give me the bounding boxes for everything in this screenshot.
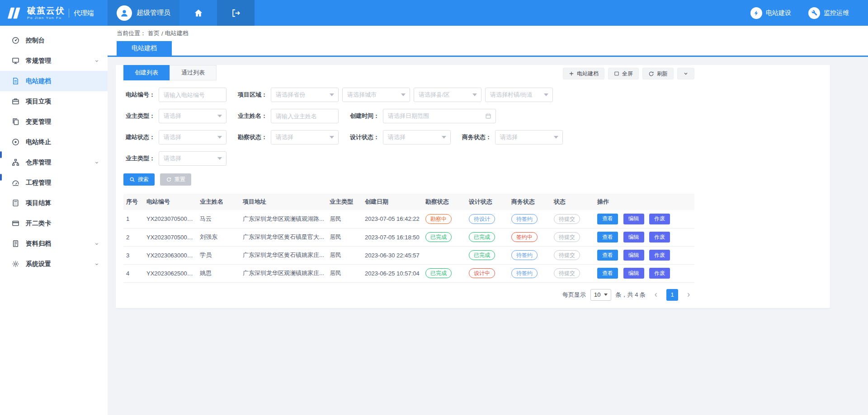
void-button[interactable]: 作废 [649,214,670,224]
next-page-button[interactable] [683,289,694,301]
user-menu[interactable]: 超级管理员 [108,0,179,26]
status-badge: 待提交 [554,214,580,224]
logo-icon [6,6,24,20]
logout-button[interactable] [217,0,255,26]
app-subtitle: Po Jian Yun Fu [27,16,65,20]
business-status-badge: 签约中 [511,232,538,242]
date-range-picker[interactable]: 请选择日期范围 [383,109,496,123]
nav-monitor-ops[interactable]: 监控运维 [808,7,849,19]
design-status-label: 设计状态： [348,133,379,141]
col-header: 业主类型 [327,194,362,210]
edit-button[interactable]: 编辑 [623,250,644,261]
briefcase-icon [12,98,19,105]
sidebar-item-label: 项目立项 [26,98,51,106]
sidebar-item-class2-card[interactable]: 开二类卡 [0,213,108,233]
sidebar-item-warehouse-management[interactable]: 仓库管理 [0,152,108,173]
col-header: 电站编号 [144,194,197,210]
design-status-badge: 待设计 [469,214,495,224]
list-card: 创建列表 通过列表 电站建档 全屏 [116,65,830,308]
sidebar-item-system-settings[interactable]: 系统设置 [0,254,108,274]
edit-button[interactable]: 编辑 [623,268,644,279]
sidebar-item-station-termination[interactable]: 电站终止 [0,132,108,152]
sidebar-item-station-filing[interactable]: 电站建档 [0,71,108,91]
view-button[interactable]: 查看 [597,250,618,261]
business-status-badge: 待签约 [511,250,538,260]
app-window: 破茧云伏 Po Jian Yun Fu 代理端 超级管理员 [0,0,868,415]
status-badge: 待提交 [554,232,580,242]
edit-button[interactable]: 编辑 [623,232,644,242]
tab-create-list[interactable]: 创建列表 [123,65,170,80]
view-button[interactable]: 查看 [597,232,618,242]
sidebar-item-label: 资料归档 [26,240,51,248]
chevron-down-icon [94,261,99,267]
nav-label: 监控运维 [824,9,849,17]
owner-type2-select[interactable]: 请选择 [159,151,226,166]
sidebar-item-label: 开二类卡 [26,219,51,228]
sidebar-item-console[interactable]: 控制台 [0,30,108,51]
tab-passed-list[interactable]: 通过列表 [170,65,217,80]
caret-down-icon [217,157,222,160]
home-icon [194,9,203,18]
table-row: 4 YX2023062500004 姚思 广东深圳龙华区观澜镇姚家庄... 居民… [123,264,694,282]
page-tab-station-filing[interactable]: 电站建档 [117,41,172,56]
filter-form: 电站编号： 项目区域： 请选择省份 请选择城市 请选择县/区 请选择村镇/街道 [116,80,694,166]
logo-text: 破茧云伏 Po Jian Yun Fu [27,6,65,20]
owner-type-select[interactable]: 请选择 [159,109,226,123]
void-button[interactable]: 作废 [649,250,670,261]
per-page-select[interactable]: 10 [590,289,611,301]
station-code-input[interactable] [159,88,226,102]
void-button[interactable]: 作废 [649,232,670,242]
sidebar-item-project-settlement[interactable]: 项目结算 [0,193,108,213]
nav-station-construction[interactable]: 电站建设 [750,7,791,19]
owner-name-input[interactable] [271,109,339,123]
view-button[interactable]: 查看 [597,214,618,224]
new-station-filing-button[interactable]: 电站建档 [563,68,604,79]
breadcrumb-separator: / [161,30,163,37]
sidebar-item-data-archive[interactable]: 资料归档 [0,233,108,254]
sidebar-item-project-initiation[interactable]: 项目立项 [0,91,108,112]
refresh-button[interactable]: 刷新 [642,68,674,79]
edit-button[interactable]: 编辑 [623,214,644,224]
town-select[interactable]: 请选择村镇/街道 [485,88,553,102]
caret-down-icon [217,115,222,117]
city-select[interactable]: 请选择城市 [342,88,410,102]
fullscreen-button[interactable]: 全屏 [608,68,639,79]
build-status-select[interactable]: 请选择 [159,130,226,145]
view-button[interactable]: 查看 [597,268,618,279]
nav-label: 电站建设 [766,9,791,17]
total-count-label: 条，共 4 条 [616,291,646,299]
content-area: 创建列表 通过列表 电站建档 全屏 [108,57,868,415]
card-icon [12,219,19,227]
caret-down-icon [472,93,477,96]
top-header: 破茧云伏 Po Jian Yun Fu 代理端 超级管理员 [0,0,868,26]
caret-down-icon [401,93,406,96]
sidebar-item-engineering-management[interactable]: 工程管理 [0,173,108,193]
breadcrumb-home[interactable]: 首页 [148,29,160,37]
sidebar-item-label: 电站建档 [26,77,51,85]
collapse-toggle-button[interactable] [677,68,694,79]
design-status-select[interactable]: 请选择 [383,130,451,145]
search-button[interactable]: 搜索 [123,173,155,186]
search-icon [129,177,135,182]
col-header: 操作 [594,194,694,210]
copy-icon [12,118,19,126]
sidebar-item-change-management[interactable]: 变更管理 [0,112,108,132]
void-button[interactable]: 作废 [649,268,670,279]
list-tabs: 创建列表 通过列表 [123,65,217,80]
business-status-select[interactable]: 请选择 [495,130,563,145]
calendar-icon [485,113,491,119]
design-status-badge: 设计中 [469,268,495,278]
sidebar-item-general-management[interactable]: 常规管理 [0,51,108,71]
caret-down-icon [544,93,548,96]
owner-type2-label: 业主类型： [123,154,155,163]
settings-icon [12,260,19,268]
sidebar-item-label: 仓库管理 [26,159,51,167]
prev-page-button[interactable] [650,289,662,301]
province-select[interactable]: 请选择省份 [271,88,339,102]
design-status-badge: 已完成 [469,250,495,260]
page-number-current[interactable]: 1 [666,289,678,301]
county-select[interactable]: 请选择县/区 [414,88,481,102]
home-button[interactable] [179,0,217,26]
reset-button[interactable]: 重置 [160,173,191,186]
survey-status-select[interactable]: 请选择 [271,130,339,145]
